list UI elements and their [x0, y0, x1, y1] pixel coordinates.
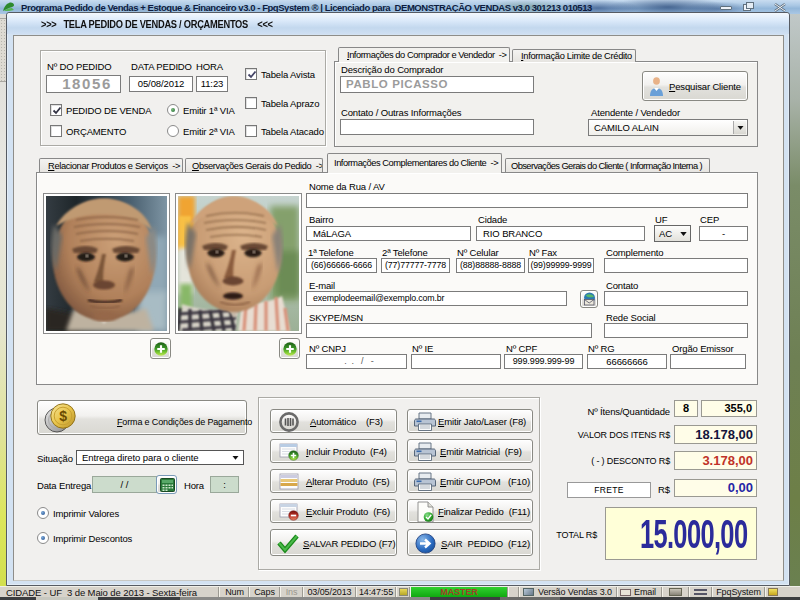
svg-text:$: $: [59, 408, 67, 424]
